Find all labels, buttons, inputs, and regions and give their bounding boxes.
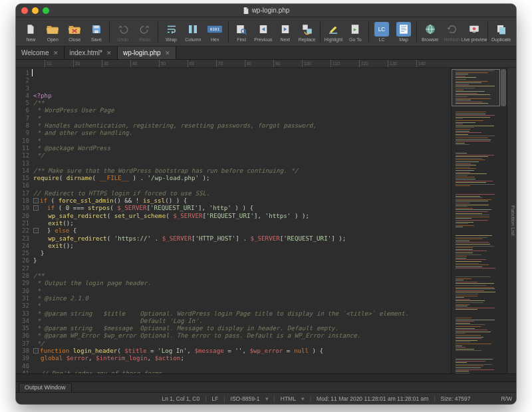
line-number[interactable]: 5 — [16, 99, 29, 106]
code-line[interactable]: -if ( force_ssl_admin() && ! is_ssl() ) … — [33, 197, 451, 204]
line-number[interactable]: 20 — [16, 212, 29, 219]
line-gutter[interactable]: 1234567891011121314151617181920212223242… — [16, 68, 32, 373]
code-line[interactable]: wp_safe_redirect( 'https://' . $_SERVER[… — [33, 235, 451, 242]
code-line[interactable]: * @since 2.1.0 — [33, 294, 451, 302]
tab[interactable]: Welcome✕ — [16, 47, 65, 59]
toolbar-new-button[interactable]: New — [20, 19, 42, 45]
line-number[interactable]: 39 — [16, 354, 29, 361]
code-line[interactable] — [33, 181, 451, 189]
line-number[interactable]: 14 — [16, 167, 29, 174]
line-number[interactable]: 25 — [16, 249, 29, 257]
code-line[interactable]: wp_safe_redirect( set_url_scheme( $_SERV… — [33, 212, 451, 219]
line-number[interactable]: 28 — [16, 272, 29, 279]
line-number[interactable]: 12 — [16, 152, 29, 159]
close-icon[interactable]: ✕ — [165, 50, 170, 56]
line-number[interactable]: 15 — [16, 174, 29, 181]
code-line[interactable]: } — [33, 257, 451, 264]
line-number[interactable]: 17 — [16, 189, 29, 197]
toolbar-find-button[interactable]: Find — [231, 19, 253, 45]
line-number[interactable]: 32 — [16, 302, 29, 309]
tab[interactable]: index.html*✕ — [65, 47, 118, 59]
editor[interactable]: 1234567891011121314151617181920212223242… — [16, 68, 451, 373]
code-line[interactable]: } — [33, 249, 451, 257]
code-line[interactable]: -function login_header( $title = 'Log In… — [33, 347, 451, 354]
line-number[interactable]: 1 — [16, 69, 29, 76]
code-line[interactable]: global $error, $interim_login, $action; — [33, 354, 451, 361]
minimap-scrollbar[interactable] — [501, 69, 506, 106]
line-number[interactable]: 22 — [16, 227, 29, 234]
code-line[interactable]: require( dirname( __FILE__ ) . '/wp-load… — [33, 174, 451, 181]
code-line[interactable] — [33, 159, 451, 167]
code-line[interactable]: * @param string $title Optional. WordPre… — [33, 310, 451, 317]
line-number[interactable]: 24 — [16, 242, 29, 249]
toolbar-close-button[interactable]: Close — [64, 19, 86, 45]
line-number[interactable]: 27 — [16, 264, 29, 272]
line-number[interactable]: 34 — [16, 317, 29, 324]
code-line[interactable]: /** — [33, 272, 451, 279]
line-number[interactable]: 19 — [16, 204, 29, 211]
toolbar-duplicate-button[interactable]: Duplicate — [490, 19, 512, 45]
line-number[interactable]: 11 — [16, 144, 29, 152]
status-language[interactable]: HTML — [281, 395, 296, 402]
code-line[interactable]: <?php — [33, 92, 451, 99]
line-number[interactable]: 41 — [16, 369, 29, 373]
code-line[interactable] — [33, 264, 451, 272]
line-number[interactable]: 26 — [16, 257, 29, 264]
code-line[interactable]: * WordPress User Page — [33, 106, 451, 114]
line-number[interactable]: 30 — [16, 287, 29, 294]
line-number[interactable]: 29 — [16, 279, 29, 286]
code-line[interactable]: * — [33, 114, 451, 122]
line-number[interactable]: 16 — [16, 181, 29, 189]
line-number[interactable]: 33 — [16, 310, 29, 317]
code-line[interactable]: * Output the login page header. — [33, 279, 451, 286]
code-line[interactable]: // Don't index any of these forms — [33, 369, 451, 373]
toolbar-next-button[interactable]: Next — [274, 19, 296, 45]
line-number[interactable]: 9 — [16, 129, 29, 136]
line-number[interactable]: 10 — [16, 137, 29, 144]
toolbar-replace-button[interactable]: Replace — [296, 19, 318, 45]
tab[interactable]: wp-login.php✕ — [118, 47, 176, 59]
minimap-viewport[interactable] — [452, 69, 500, 106]
code-line[interactable] — [33, 362, 451, 369]
status-eol[interactable]: LF — [211, 395, 218, 402]
line-number[interactable]: 23 — [16, 235, 29, 242]
toolbar-map-button[interactable]: Map — [393, 19, 415, 45]
titlebar[interactable]: wp-login.php — [16, 4, 516, 17]
code-line[interactable]: * Default 'Log In'. — [33, 317, 451, 324]
line-number[interactable]: 4 — [16, 92, 29, 99]
code-line[interactable]: exit(); — [33, 242, 451, 249]
line-number[interactable]: 31 — [16, 294, 29, 302]
toolbar-hex-button[interactable]: 0101Hex — [204, 19, 226, 45]
code-line[interactable]: // Redirect to HTTPS login if forced to … — [33, 189, 451, 197]
code-line[interactable]: /** Make sure that the WordPress bootstr… — [33, 167, 451, 174]
toolbar-goto-button[interactable]: Go To — [344, 19, 366, 45]
line-number[interactable]: 35 — [16, 324, 29, 332]
function-list-sidebar[interactable]: Function List — [507, 68, 516, 373]
code-line[interactable]: * — [33, 302, 451, 309]
line-number[interactable]: 2 — [16, 76, 29, 84]
toolbar-livepreview-button[interactable]: Live preview — [463, 19, 485, 45]
code-line[interactable]: exit(); — [33, 219, 451, 227]
line-number[interactable]: 6 — [16, 106, 29, 114]
line-number[interactable]: 40 — [16, 362, 29, 369]
line-number[interactable]: 7 — [16, 114, 29, 122]
line-number[interactable]: 36 — [16, 332, 29, 339]
code-line[interactable]: */ — [33, 152, 451, 159]
code-line[interactable]: * @param string $message Optional. Messa… — [33, 324, 451, 332]
output-window-tab[interactable]: Output Window — [19, 383, 72, 392]
code-line[interactable]: * — [33, 287, 451, 294]
fold-icon[interactable]: - — [33, 228, 39, 233]
line-number[interactable]: 8 — [16, 122, 29, 129]
fold-icon[interactable]: - — [33, 205, 39, 211]
fold-icon[interactable]: - — [33, 198, 39, 203]
status-enc-dropdown-icon[interactable]: ▾ — [265, 395, 269, 402]
toolbar-save-button[interactable]: Save — [86, 19, 108, 45]
status-encoding[interactable]: ISO-8859-1 — [231, 395, 260, 402]
code-line[interactable]: */ — [33, 340, 451, 347]
status-lang-dropdown-icon[interactable]: ▾ — [301, 395, 305, 402]
code-line[interactable]: /** — [33, 99, 451, 106]
minimap[interactable] — [451, 68, 507, 373]
code-area[interactable]: <?php/** * WordPress User Page * * Handl… — [32, 68, 451, 373]
code-line[interactable]: - if ( 0 === strpos( $_SERVER['REQUEST_U… — [33, 204, 451, 211]
code-line[interactable]: * @package WordPress — [33, 144, 451, 152]
